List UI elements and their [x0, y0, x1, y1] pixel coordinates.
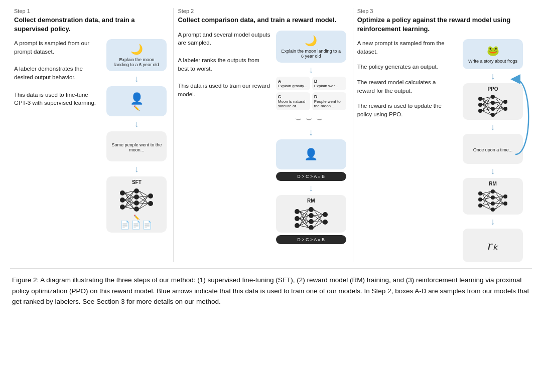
feedback-arrow-svg	[510, 74, 538, 174]
step3-rm-svg	[475, 187, 510, 212]
cell-c-text: Moon is natural satellite of...	[278, 99, 306, 108]
step3-arrow4: ↓	[491, 217, 495, 226]
svg-point-94	[503, 202, 507, 206]
step2-title: Collect comparison data, and train a rew…	[178, 16, 348, 25]
step1-text-2: This data is used to fine-tune GPT-3 wit…	[14, 91, 101, 107]
step3-output-text: Once upon a time...	[473, 147, 513, 152]
person-icon-2: 👤	[304, 148, 318, 161]
step3-text-0: A new prompt is sampled from the dataset…	[357, 39, 455, 56]
svg-line-85	[495, 109, 503, 115]
svg-point-62	[491, 101, 495, 105]
svg-point-8	[148, 201, 153, 206]
step3-arrow3: ↓	[491, 166, 495, 175]
svg-point-60	[478, 109, 482, 113]
svg-point-33	[309, 213, 314, 218]
step1-text-0: A prompt is sampled from our prompt data…	[14, 39, 101, 56]
step1-text-1: A labeler demonstrates the desired outpu…	[14, 65, 101, 81]
svg-line-28	[139, 204, 148, 209]
step2-cell-a: A Explain gravity...	[276, 77, 310, 90]
step2-four-grid: A Explain gravity... B Explain war... C …	[276, 77, 346, 110]
step3-visual-col: 🐸 Write a story about frogs ↓ PPO	[458, 39, 528, 262]
svg-point-31	[295, 223, 300, 228]
cell-b-label: B	[314, 79, 344, 84]
svg-point-6	[134, 207, 139, 212]
step1-output-text: Some people went to the moon...	[111, 142, 162, 152]
svg-point-87	[478, 198, 482, 202]
svg-point-37	[323, 220, 328, 225]
cell-d-text: People went to the moon...	[314, 99, 341, 108]
svg-point-36	[323, 212, 328, 217]
svg-line-57	[314, 222, 323, 228]
svg-point-7	[148, 193, 153, 199]
cell-d-label: D	[314, 94, 344, 99]
svg-point-2	[120, 205, 125, 210]
step2-cell-d: D People went to the moon...	[312, 92, 346, 110]
frog-icon: 🐸	[487, 45, 499, 57]
moon-icon-2: 🌙	[305, 35, 317, 47]
step3-prompt-card: 🐸 Write a story about frogs	[463, 39, 523, 69]
step1-network-card: SFT	[106, 176, 167, 233]
svg-point-92	[491, 208, 495, 212]
step3-reward-card: rₖ	[463, 229, 523, 262]
cell-b-text: Explain war...	[314, 84, 338, 88]
step3-label: Step 3	[357, 8, 528, 14]
step3-ppo-svg	[475, 93, 510, 117]
step1-col: Step 1 Collect demonstration data, and t…	[10, 8, 174, 262]
step1-title: Collect demonstration data, and train a …	[14, 16, 169, 33]
person-icon-1: 👤	[130, 92, 144, 105]
step2-label: Step 2	[178, 8, 348, 14]
step3-ppo-label: PPO	[487, 86, 498, 92]
step3-text-2: The reward model calculates a reward for…	[357, 78, 455, 95]
svg-point-32	[309, 207, 314, 212]
step1-output-card: Some people went to the moon...	[106, 131, 167, 161]
step3-text-col: A new prompt is sampled from the dataset…	[357, 39, 455, 262]
step1-arrow3: ↓	[134, 164, 139, 173]
svg-line-27	[139, 203, 148, 204]
cell-c-label: C	[278, 94, 308, 99]
svg-point-1	[120, 198, 125, 203]
brace-icon: ⌣⌣⌣	[295, 113, 327, 124]
step1-prompt-text: Explain the moon landing to a 6 year old	[111, 57, 162, 67]
svg-line-102	[482, 193, 491, 210]
cell-a-label: A	[278, 79, 308, 84]
step3-text-1: The policy generates an output.	[357, 63, 455, 71]
svg-point-29	[295, 209, 300, 214]
cell-a-text: Explain gravity...	[278, 84, 307, 88]
svg-point-34	[309, 219, 314, 224]
main-container: Step 1 Collect demonstration data, and t…	[0, 0, 542, 315]
step1-text-col: A prompt is sampled from our prompt data…	[14, 39, 101, 262]
figure-caption: Figure 2: A diagram illustrating the thr…	[10, 275, 532, 307]
svg-point-93	[503, 194, 507, 199]
svg-point-64	[491, 113, 495, 117]
svg-point-35	[309, 225, 314, 230]
svg-point-90	[491, 195, 495, 200]
step2-arrow2: ↓	[309, 128, 313, 137]
step2-text-0: A prompt and several model outputs are s…	[178, 31, 270, 47]
step2-text-1: A labeler ranks the outputs from best to…	[178, 56, 270, 73]
step2-visual-col: 🌙 Explain the moon landing to a 6 year o…	[274, 31, 349, 263]
step3-text-3: The reward is used to update the policy …	[357, 102, 455, 118]
pencil-icon-1: ✏️	[133, 105, 140, 111]
svg-line-111	[495, 204, 503, 210]
step3-col: Step 3 Optimize a policy against the rew…	[353, 8, 532, 262]
svg-point-66	[503, 107, 507, 111]
diagram-area: Step 1 Collect demonstration data, and t…	[10, 8, 532, 269]
caption-text: Figure 2: A diagram illustrating the thr…	[12, 276, 529, 305]
svg-point-91	[491, 202, 495, 206]
step2-network-label: RM	[307, 198, 315, 204]
step1-person-card: 👤 ✏️	[106, 86, 167, 116]
svg-line-104	[495, 191, 503, 197]
svg-point-59	[478, 103, 482, 107]
doc-icons: 📄📄📄	[120, 220, 153, 230]
step2-prompt-card: 🌙 Explain the moon landing to a 6 year o…	[276, 31, 346, 63]
step2-text-2: This data is used to train our reward mo…	[178, 82, 270, 98]
svg-point-30	[295, 216, 300, 221]
step3-reward-val: rₖ	[487, 233, 498, 258]
step3-prompt-text: Write a story about frogs	[468, 59, 517, 64]
svg-point-88	[478, 204, 482, 208]
step1-network-label: SFT	[132, 179, 142, 185]
step1-network-svg	[116, 186, 157, 214]
svg-point-65	[503, 100, 507, 104]
svg-line-78	[495, 97, 503, 102]
step3-content: A new prompt is sampled from the dataset…	[357, 39, 528, 262]
